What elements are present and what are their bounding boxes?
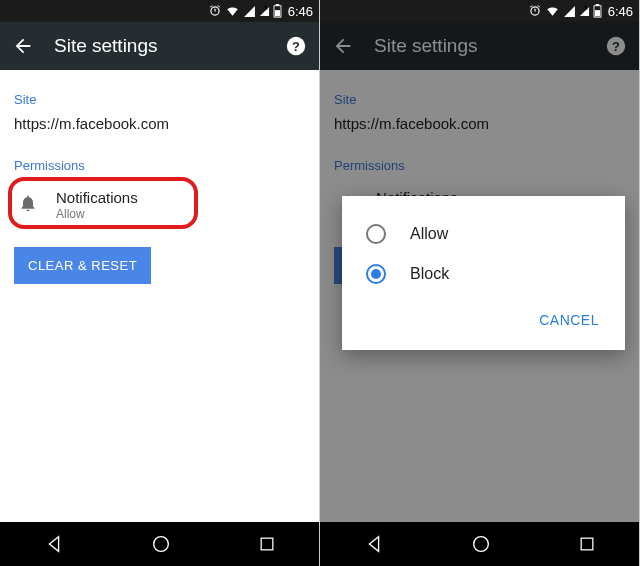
svg-point-14 <box>473 537 488 552</box>
phone-right: R 6:46 Site settings ? Site https://m.fa… <box>320 0 640 566</box>
signal-icon <box>243 5 256 18</box>
app-bar: Site settings ? <box>0 22 319 70</box>
nav-recent-icon[interactable] <box>257 534 277 554</box>
page-title: Site settings <box>54 35 265 57</box>
wifi-icon <box>225 4 240 18</box>
status-icons: R <box>208 4 282 18</box>
status-time: 6:46 <box>608 4 633 19</box>
status-time: 6:46 <box>288 4 313 19</box>
phone-left: R 6:46 Site settings ? Site https://m.fa… <box>0 0 320 566</box>
radio-label-allow: Allow <box>410 225 448 243</box>
cancel-button[interactable]: CANCEL <box>531 306 607 334</box>
notifications-permission-row[interactable]: Notifications Allow <box>14 181 305 231</box>
svg-rect-3 <box>275 10 280 16</box>
nav-back-icon[interactable] <box>43 533 65 555</box>
content: Site https://m.facebook.com Permissions … <box>0 70 319 522</box>
signal-r-icon: R <box>579 5 590 18</box>
svg-point-6 <box>153 537 168 552</box>
notifications-permission-text: Notifications Allow <box>56 189 138 221</box>
svg-rect-7 <box>261 538 273 550</box>
permissions-section-label: Permissions <box>14 158 305 173</box>
site-section-label: Site <box>14 92 305 107</box>
wifi-icon <box>545 4 560 18</box>
notifications-title: Notifications <box>56 189 138 206</box>
site-url: https://m.facebook.com <box>14 115 305 132</box>
clear-reset-button[interactable]: CLEAR & RESET <box>14 247 151 284</box>
radio-option-allow[interactable]: Allow <box>342 214 625 254</box>
radio-option-block[interactable]: Block <box>342 254 625 294</box>
back-icon[interactable] <box>12 35 34 57</box>
status-bar: R 6:46 <box>320 0 639 22</box>
nav-bar <box>0 522 319 566</box>
alarm-icon <box>208 4 222 18</box>
nav-home-icon[interactable] <box>470 533 492 555</box>
nav-recent-icon[interactable] <box>577 534 597 554</box>
permission-dialog: Allow Block CANCEL <box>342 196 625 350</box>
signal-r-icon: R <box>259 5 270 18</box>
svg-text:?: ? <box>292 39 300 54</box>
svg-rect-10 <box>595 4 599 6</box>
nav-bar <box>320 522 639 566</box>
svg-rect-2 <box>275 4 279 6</box>
battery-icon <box>593 4 602 18</box>
signal-icon <box>563 5 576 18</box>
svg-rect-15 <box>581 538 593 550</box>
alarm-icon <box>528 4 542 18</box>
radio-label-block: Block <box>410 265 449 283</box>
radio-checked-icon <box>366 264 386 284</box>
status-bar: R 6:46 <box>0 0 319 22</box>
help-icon[interactable]: ? <box>285 35 307 57</box>
status-icons: R <box>528 4 602 18</box>
bell-icon <box>18 193 38 217</box>
radio-unchecked-icon <box>366 224 386 244</box>
notifications-status: Allow <box>56 207 138 221</box>
dialog-actions: CANCEL <box>342 294 625 344</box>
svg-rect-11 <box>595 10 600 16</box>
battery-icon <box>273 4 282 18</box>
nav-home-icon[interactable] <box>150 533 172 555</box>
nav-back-icon[interactable] <box>363 533 385 555</box>
